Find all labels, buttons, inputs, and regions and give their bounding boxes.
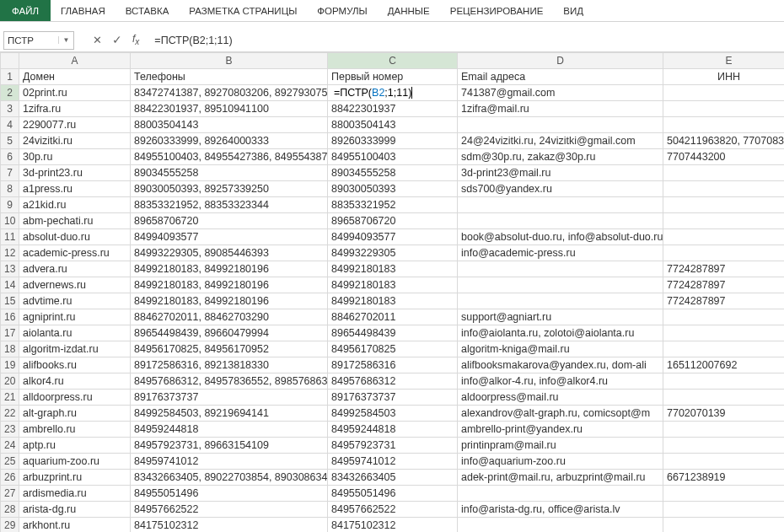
row-header[interactable]: 15: [1, 293, 19, 309]
cell[interactable]: 02print.ru: [19, 85, 131, 101]
cell[interactable]: 84959741012: [131, 454, 328, 470]
cell[interactable]: 84955100403: [328, 149, 458, 165]
row-header[interactable]: 10: [1, 213, 19, 229]
cell[interactable]: 89654498439, 89660479994: [131, 325, 328, 341]
cell[interactable]: aldoorpress@mail.ru: [458, 390, 663, 406]
row-header[interactable]: 21: [1, 390, 19, 406]
cell[interactable]: 84175102312: [131, 518, 328, 533]
cell[interactable]: agniprint.ru: [19, 309, 131, 325]
cell[interactable]: 84992584503, 89219694141: [131, 406, 328, 422]
row-header[interactable]: 25: [1, 454, 19, 470]
cell[interactable]: [663, 197, 785, 213]
cell[interactable]: [663, 325, 785, 341]
cell[interactable]: ambrello.ru: [19, 422, 131, 438]
cell[interactable]: [663, 390, 785, 406]
cell[interactable]: 84992180183, 84992180196: [131, 277, 328, 293]
cell[interactable]: 84994093577: [131, 229, 328, 245]
grid[interactable]: A B C D E 1ДоменТелефоныПервый номерEmai…: [0, 52, 784, 532]
row-header[interactable]: 18: [1, 341, 19, 357]
row-header[interactable]: 9: [1, 197, 19, 213]
cell[interactable]: [663, 486, 785, 502]
cell[interactable]: 89260333999, 89264000333: [131, 133, 328, 149]
cell[interactable]: 84992180183: [328, 293, 458, 309]
cell[interactable]: 88353321952, 88353323344: [131, 197, 328, 213]
cell[interactable]: 89176373737: [131, 390, 328, 406]
tab-formulas[interactable]: ФОРМУЛЫ: [307, 0, 377, 21]
cell[interactable]: 2290077.ru: [19, 117, 131, 133]
cell[interactable]: aiolanta.ru: [19, 325, 131, 341]
cell[interactable]: 84956170825: [328, 341, 458, 357]
cell[interactable]: 84992180183, 84992180196: [131, 261, 328, 277]
cell[interactable]: alexandrov@alt-graph.ru, comicsopt@m: [458, 406, 663, 422]
cell[interactable]: [458, 486, 663, 502]
cell[interactable]: [458, 117, 663, 133]
cell[interactable]: arista-dg.ru: [19, 502, 131, 518]
tab-data[interactable]: ДАННЫЕ: [378, 0, 440, 21]
cell[interactable]: 88462702011, 88462703290: [131, 309, 328, 325]
cell[interactable]: 165112007692: [663, 357, 785, 373]
cell[interactable]: 89658706720: [328, 213, 458, 229]
row-header[interactable]: 26: [1, 470, 19, 486]
cell[interactable]: [458, 518, 663, 533]
cell[interactable]: 741387@gmail.com: [458, 85, 663, 101]
cell[interactable]: 24@24vizitki.ru, 24vizitki@gmail.com: [458, 133, 663, 149]
cell[interactable]: [663, 165, 785, 181]
cell[interactable]: [663, 454, 785, 470]
cell[interactable]: 7724287897: [663, 293, 785, 309]
cell[interactable]: info@alkor-4.ru, info@alkor4.ru: [458, 373, 663, 390]
col-header-E[interactable]: E: [663, 53, 785, 69]
cell[interactable]: alkor4.ru: [19, 373, 131, 390]
cell[interactable]: alldoorpress.ru: [19, 390, 131, 406]
row-header[interactable]: 7: [1, 165, 19, 181]
cell[interactable]: arkhont.ru: [19, 518, 131, 533]
row-header[interactable]: 17: [1, 325, 19, 341]
cell[interactable]: 88003504143: [328, 117, 458, 133]
row-header[interactable]: 28: [1, 502, 19, 518]
cell[interactable]: 84993229305, 89085446393: [131, 245, 328, 261]
row-header[interactable]: 19: [1, 357, 19, 373]
row-header[interactable]: 24: [1, 438, 19, 454]
cell[interactable]: 89654498439: [328, 325, 458, 341]
cell[interactable]: advera.ru: [19, 261, 131, 277]
cell[interactable]: info@aquarium-zoo.ru: [458, 454, 663, 470]
cell[interactable]: book@absolut-duo.ru, info@absolut-duo.ru: [458, 229, 663, 245]
cell[interactable]: 89172586316: [328, 357, 458, 373]
cell[interactable]: ИНН: [663, 69, 785, 85]
active-cell[interactable]: =ПСТР(B2;1;11): [328, 85, 458, 101]
row-header[interactable]: 20: [1, 373, 19, 390]
cell[interactable]: 84992180183: [328, 261, 458, 277]
cell[interactable]: [663, 502, 785, 518]
cell[interactable]: 7724287897: [663, 277, 785, 293]
cell[interactable]: 504211963820, 7707083893: [663, 133, 785, 149]
cell[interactable]: info@academic-press.ru: [458, 245, 663, 261]
col-header-A[interactable]: A: [19, 53, 131, 69]
cell[interactable]: [663, 341, 785, 357]
cell[interactable]: [663, 101, 785, 117]
cell[interactable]: 84957686312, 84957836552, 89857686312: [131, 373, 328, 390]
cell[interactable]: info@aiolanta.ru, zolotoi@aiolanta.ru: [458, 325, 663, 341]
cell[interactable]: [663, 117, 785, 133]
cell[interactable]: 30p.ru: [19, 149, 131, 165]
cancel-icon[interactable]: ✕: [93, 34, 102, 46]
cell[interactable]: 89658706720: [131, 213, 328, 229]
cell[interactable]: advernews.ru: [19, 277, 131, 293]
cell[interactable]: info@arista-dg.ru, office@arista.lv: [458, 502, 663, 518]
cell[interactable]: 84957662522: [131, 502, 328, 518]
cell[interactable]: [663, 245, 785, 261]
cell[interactable]: [663, 181, 785, 197]
cell[interactable]: 89260333999: [328, 133, 458, 149]
cell[interactable]: 84957923731, 89663154109: [131, 438, 328, 454]
cell[interactable]: 88003504143: [131, 117, 328, 133]
cell[interactable]: sdm@30p.ru, zakaz@30p.ru: [458, 149, 663, 165]
cell[interactable]: 83432663405: [328, 470, 458, 486]
cell[interactable]: Телефоны: [131, 69, 328, 85]
tab-home[interactable]: ГЛАВНАЯ: [51, 0, 115, 21]
fx-icon[interactable]: fx: [132, 33, 139, 46]
cell[interactable]: 84993229305: [328, 245, 458, 261]
cell[interactable]: printinpram@mail.ru: [458, 438, 663, 454]
cell[interactable]: 84957686312: [328, 373, 458, 390]
cell[interactable]: 89030050393: [328, 181, 458, 197]
cell[interactable]: 83472741387, 89270803206, 89279307550: [131, 85, 328, 101]
cell[interactable]: adek-print@mail.ru, arbuzprint@mail.ru: [458, 470, 663, 486]
cell[interactable]: [663, 309, 785, 325]
